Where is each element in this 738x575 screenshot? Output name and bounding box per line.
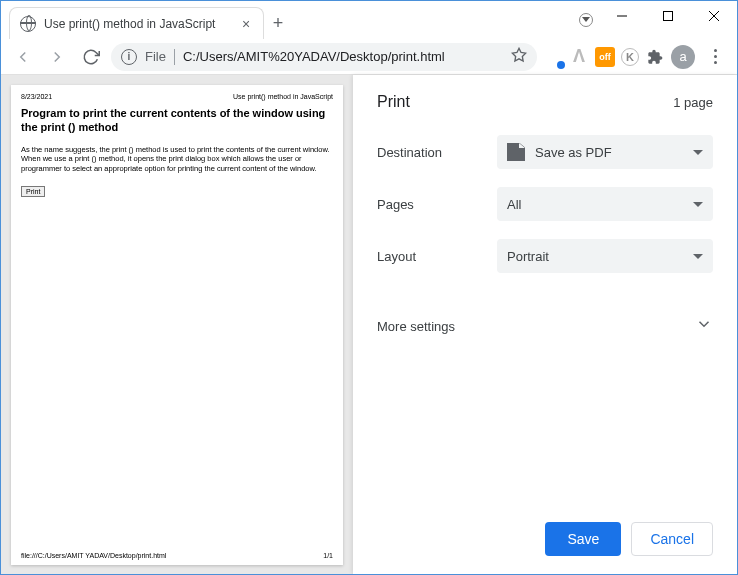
pages-value: All: [507, 197, 693, 212]
chevron-down-icon: [693, 150, 703, 155]
more-settings-toggle[interactable]: More settings: [377, 301, 713, 351]
extension-download-icon[interactable]: [543, 47, 563, 67]
window-titlebar: Use print() method in JavaScript × +: [1, 1, 737, 39]
layout-select[interactable]: Portrait: [497, 239, 713, 273]
destination-select[interactable]: Save as PDF: [497, 135, 713, 169]
url-protocol: File: [145, 49, 166, 64]
preview-footer-path: file:///C:/Users/AMIT YADAV/Desktop/prin…: [21, 552, 166, 559]
chevron-down-icon: [695, 315, 713, 337]
preview-footer: file:///C:/Users/AMIT YADAV/Desktop/prin…: [21, 552, 333, 559]
extension-k-icon[interactable]: K: [621, 48, 639, 66]
print-preview-pane: 8/23/2021 Use print() method in JavaScri…: [1, 75, 353, 574]
minimize-button[interactable]: [599, 1, 645, 31]
pages-select[interactable]: All: [497, 187, 713, 221]
preview-footer-page: 1/1: [323, 552, 333, 559]
preview-body: As the name suggests, the print () metho…: [21, 145, 333, 174]
destination-row: Destination Save as PDF: [377, 135, 713, 169]
info-icon[interactable]: i: [121, 49, 137, 65]
extension-a-icon[interactable]: Λ: [569, 47, 589, 67]
extensions-menu-icon[interactable]: [645, 47, 665, 67]
extension-icons: Λ off K a: [543, 43, 729, 70]
destination-label: Destination: [377, 145, 497, 160]
browser-menu-button[interactable]: [701, 43, 729, 70]
layout-row: Layout Portrait: [377, 239, 713, 273]
bookmark-star-icon[interactable]: [511, 47, 527, 67]
url-divider: [174, 49, 175, 65]
print-title: Print: [377, 93, 410, 111]
cancel-button[interactable]: Cancel: [631, 522, 713, 556]
reload-button[interactable]: [77, 43, 105, 71]
maximize-button[interactable]: [645, 1, 691, 31]
extension-off-icon[interactable]: off: [595, 47, 615, 67]
preview-header-title: Use print() method in JavaScript: [233, 93, 333, 100]
preview-print-button: Print: [21, 186, 45, 197]
preview-page[interactable]: 8/23/2021 Use print() method in JavaScri…: [11, 85, 343, 565]
profile-avatar[interactable]: a: [671, 45, 695, 69]
content-area: 8/23/2021 Use print() method in JavaScri…: [1, 75, 737, 574]
browser-toolbar: i File C:/Users/AMIT%20YADAV/Desktop/pri…: [1, 39, 737, 75]
account-indicator-icon[interactable]: [573, 1, 599, 39]
svg-rect-1: [664, 12, 673, 21]
more-settings-label: More settings: [377, 319, 455, 334]
panel-footer: Save Cancel: [377, 508, 713, 556]
print-panel-header: Print 1 page: [377, 93, 713, 111]
save-button[interactable]: Save: [545, 522, 621, 556]
close-window-button[interactable]: [691, 1, 737, 31]
pdf-icon: [507, 143, 525, 161]
preview-header: 8/23/2021 Use print() method in JavaScri…: [21, 93, 333, 100]
url-text: C:/Users/AMIT%20YADAV/Desktop/print.html: [183, 49, 503, 64]
print-settings-panel: Print 1 page Destination Save as PDF Pag…: [353, 75, 737, 574]
forward-button[interactable]: [43, 43, 71, 71]
pages-row: Pages All: [377, 187, 713, 221]
preview-title: Program to print the current contents of…: [21, 106, 333, 135]
browser-tab[interactable]: Use print() method in JavaScript ×: [9, 7, 264, 39]
globe-icon: [20, 16, 36, 32]
layout-label: Layout: [377, 249, 497, 264]
address-bar[interactable]: i File C:/Users/AMIT%20YADAV/Desktop/pri…: [111, 43, 537, 71]
preview-date: 8/23/2021: [21, 93, 52, 100]
close-tab-icon[interactable]: ×: [239, 17, 253, 31]
tab-title: Use print() method in JavaScript: [44, 17, 231, 31]
sheet-count: 1 page: [673, 95, 713, 110]
new-tab-button[interactable]: +: [264, 9, 292, 37]
chevron-down-icon: [693, 254, 703, 259]
window-controls: [573, 1, 737, 39]
chevron-down-icon: [693, 202, 703, 207]
destination-value: Save as PDF: [535, 145, 693, 160]
pages-label: Pages: [377, 197, 497, 212]
svg-marker-4: [512, 48, 525, 61]
layout-value: Portrait: [507, 249, 693, 264]
back-button[interactable]: [9, 43, 37, 71]
